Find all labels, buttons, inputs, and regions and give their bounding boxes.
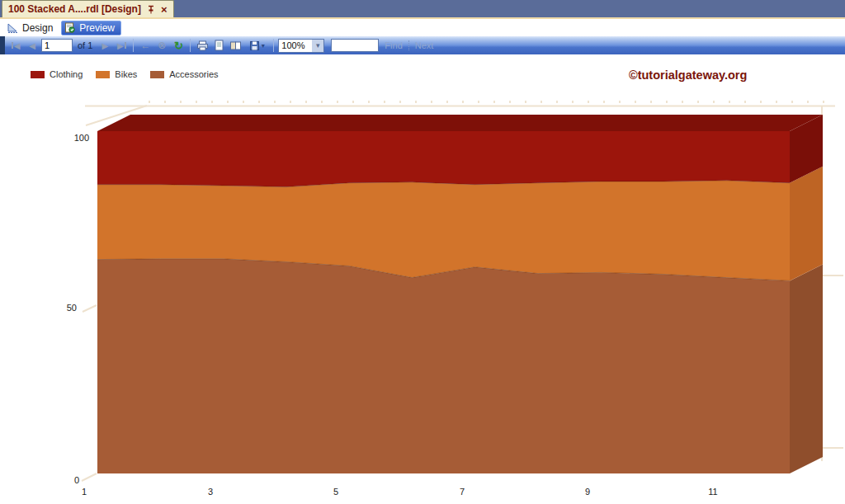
legend-label: Clothing — [50, 69, 83, 79]
tab-design[interactable]: Design — [4, 21, 58, 35]
preview-icon — [64, 22, 75, 33]
legend-item-accessories: Accessories — [150, 69, 218, 79]
y-axis-tick: 0 — [48, 475, 79, 485]
x-axis-tick: 11 — [696, 487, 729, 497]
chart-legend: Clothing Bikes Accessories — [31, 69, 219, 79]
toolbar-separator — [190, 39, 191, 52]
legend-swatch-clothing — [31, 71, 45, 78]
design-tab-label: Design — [22, 22, 53, 34]
document-tab[interactable]: 100 Stacked A....rdl [Design] × — [2, 0, 174, 17]
watermark: ©tutorialgateway.org — [629, 68, 747, 82]
document-tab-title: 100 Stacked A....rdl [Design] — [8, 3, 141, 15]
stop-button[interactable]: ⊗ — [154, 38, 169, 53]
x-axis-tick: 3 — [194, 487, 227, 497]
tab-preview[interactable]: Preview — [61, 21, 121, 35]
next-page-button[interactable]: ▶ — [97, 38, 112, 53]
y-axis-tick: 100 — [58, 133, 89, 143]
x-axis-tick: 9 — [571, 487, 604, 497]
report-toolbar: ◀ ◀ of 1 ▶ ▶ ← ⊗ ↻ ▾ — [0, 36, 845, 54]
toolbar-separator — [273, 39, 274, 52]
zoom-value: 100% — [279, 40, 312, 50]
zoom-select[interactable]: 100% ▾ — [278, 39, 324, 53]
toolbar-separator — [133, 39, 134, 52]
area-bikes-side — [790, 167, 823, 281]
find-next-divider — [408, 40, 409, 50]
legend-label: Bikes — [115, 69, 137, 79]
page-count-label: of 1 — [78, 40, 92, 50]
preview-tab-label: Preview — [79, 22, 115, 34]
page-setup-button[interactable] — [211, 38, 226, 53]
legend-item-bikes: Bikes — [96, 69, 137, 79]
find-next-button[interactable]: Next — [415, 40, 434, 50]
y-axis-tick: 50 — [45, 303, 77, 313]
page-number-input[interactable] — [41, 39, 73, 52]
stacked-area-chart — [0, 54, 845, 504]
area-clothing-front — [97, 131, 790, 187]
find-input[interactable] — [331, 39, 379, 52]
toolbar-edge — [0, 36, 5, 54]
legend-item-clothing: Clothing — [31, 69, 83, 79]
window-tab-bar: 100 Stacked A....rdl [Design] × — [0, 0, 845, 19]
pin-icon[interactable] — [147, 5, 155, 14]
back-button[interactable]: ← — [138, 38, 153, 53]
legend-swatch-bikes — [96, 71, 110, 78]
print-button[interactable] — [195, 38, 210, 53]
chart-series-areas — [97, 115, 823, 473]
x-axis-tick: 7 — [446, 487, 479, 497]
first-page-button[interactable]: ◀ — [8, 38, 23, 53]
area-accessories-front — [97, 259, 790, 473]
view-mode-bar: Design Preview — [0, 19, 845, 36]
x-axis-tick: 5 — [319, 487, 352, 497]
export-caret-icon: ▾ — [262, 42, 265, 49]
previous-page-button[interactable]: ◀ — [25, 38, 40, 53]
area-accessories-side — [790, 264, 823, 473]
area-clothing-top — [97, 115, 823, 131]
last-page-button[interactable]: ▶ — [114, 38, 129, 53]
x-axis-tick: 1 — [68, 487, 101, 497]
export-button[interactable]: ▾ — [244, 38, 269, 53]
close-icon[interactable]: × — [161, 4, 168, 15]
report-viewer: Clothing Bikes Accessories ©tutorialgate… — [0, 54, 845, 504]
legend-swatch-accessories — [150, 71, 164, 78]
find-button[interactable]: Find — [385, 40, 402, 50]
zoom-caret-icon: ▾ — [312, 40, 323, 52]
print-layout-button[interactable] — [228, 38, 243, 53]
legend-label: Accessories — [169, 69, 218, 79]
design-icon — [7, 23, 18, 33]
refresh-button[interactable]: ↻ — [171, 38, 186, 53]
